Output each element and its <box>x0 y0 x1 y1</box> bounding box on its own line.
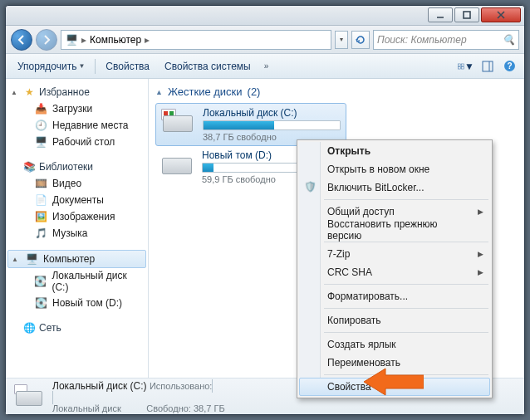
search-icon: 🔍 <box>503 34 515 46</box>
collapse-icon: ▲ <box>11 89 19 96</box>
help-button[interactable]: ? <box>501 58 518 75</box>
menu-rename[interactable]: Переименовать <box>299 354 490 372</box>
sidebar-item-network[interactable]: 🌐Сеть <box>7 320 146 336</box>
drive-icon <box>161 107 194 135</box>
context-menu: Открыть Открыть в новом окне 🛡️Включить … <box>297 139 493 398</box>
breadcrumb-sep-icon: ▸ <box>145 34 150 46</box>
menu-separator <box>324 284 488 285</box>
computer-icon: 🖥️ <box>65 33 78 46</box>
status-title: Локальный диск (C:) Использовано: <box>52 380 225 403</box>
menu-format[interactable]: Форматировать... <box>299 287 490 305</box>
drive-icon: 💽 <box>34 275 47 288</box>
menu-separator <box>324 332 488 333</box>
svg-rect-4 <box>459 63 461 66</box>
menu-restore-version[interactable]: Восстановить прежнюю версию <box>299 221 490 239</box>
preview-pane-button[interactable] <box>479 58 496 75</box>
submenu-arrow-icon: ▶ <box>478 268 483 276</box>
menu-open-new-window[interactable]: Открыть в новом окне <box>299 160 490 178</box>
sidebar-item-computer[interactable]: ▲🖥️Компьютер <box>7 250 146 268</box>
svg-rect-1 <box>464 12 470 18</box>
sidebar-item-desktop[interactable]: 🖥️Рабочий стол <box>7 134 146 150</box>
menu-bitlocker[interactable]: 🛡️Включить BitLocker... <box>299 178 490 197</box>
menu-copy[interactable]: Копировать <box>299 311 490 330</box>
menu-separator <box>324 199 488 200</box>
address-bar[interactable]: 🖥️ ▸ Компьютер ▸ <box>61 30 331 50</box>
drive-usage-bar <box>203 120 341 130</box>
libraries-icon: 📚 <box>22 160 36 173</box>
refresh-button[interactable] <box>351 31 370 49</box>
menu-7zip[interactable]: 7-Zip▶ <box>299 245 490 263</box>
sidebar-item-recent[interactable]: 🕘Недавние места <box>7 117 146 134</box>
search-placeholder: Поиск: Компьютер <box>377 34 467 46</box>
sidebar-item-drive-d[interactable]: 💽Новый том (D:) <box>7 295 146 311</box>
sidebar-item-downloads[interactable]: 📥Загрузки <box>7 100 146 117</box>
toolbar-overflow[interactable]: » <box>261 61 272 71</box>
command-bar: Упорядочить▼ Свойства Свойства системы »… <box>6 54 524 79</box>
maximize-button[interactable] <box>454 7 479 22</box>
system-properties-button[interactable]: Свойства системы <box>159 58 256 75</box>
video-icon: 🎞️ <box>34 177 47 190</box>
star-icon: ★ <box>22 85 36 99</box>
collapse-icon: ▲ <box>155 88 163 96</box>
svg-rect-8 <box>483 61 493 71</box>
properties-button[interactable]: Свойства <box>101 58 155 75</box>
separator <box>95 59 96 74</box>
back-button[interactable] <box>11 29 32 51</box>
computer-icon: 🖥️ <box>25 252 38 266</box>
sidebar-item-drive-c[interactable]: 💽Локальный диск (C:) <box>7 268 146 295</box>
drive-name: Локальный диск (C:) <box>203 107 341 120</box>
svg-rect-6 <box>459 66 461 69</box>
menu-separator <box>324 308 488 309</box>
status-subtitle: Локальный диск Свободно: 38,7 ГБ <box>52 403 225 413</box>
submenu-arrow-icon: ▶ <box>478 208 483 216</box>
sidebar-item-music[interactable]: 🎵Музыка <box>7 225 146 242</box>
recent-icon: 🕘 <box>34 119 47 132</box>
documents-icon: 📄 <box>34 193 47 207</box>
sidebar-item-documents[interactable]: 📄Документы <box>7 192 146 208</box>
menu-separator <box>324 374 488 375</box>
svg-text:?: ? <box>507 61 512 71</box>
drive-icon <box>14 384 44 409</box>
view-mode-button[interactable]: ▼ <box>458 58 474 75</box>
pictures-icon: 🖼️ <box>34 210 47 223</box>
drive-icon <box>160 149 194 178</box>
sidebar-item-pictures[interactable]: 🖼️Изображения <box>7 208 146 225</box>
minimize-button[interactable] <box>428 7 453 22</box>
favorites-group[interactable]: ▲★Избранное <box>7 84 146 100</box>
organize-button[interactable]: Упорядочить▼ <box>12 58 90 75</box>
menu-crc-sha[interactable]: CRC SHA▶ <box>299 263 490 281</box>
close-button[interactable] <box>481 7 521 22</box>
collapse-icon: ▲ <box>12 256 20 263</box>
forward-button[interactable] <box>36 29 57 51</box>
menu-create-shortcut[interactable]: Создать ярлык <box>299 335 490 354</box>
address-history-dropdown[interactable]: ▾ <box>335 31 348 49</box>
network-icon: 🌐 <box>22 321 36 335</box>
shield-icon: 🛡️ <box>304 181 317 194</box>
sidebar-item-videos[interactable]: 🎞️Видео <box>7 175 146 192</box>
navigation-pane: ▲★Избранное 📥Загрузки 🕘Недавние места 🖥️… <box>6 79 149 378</box>
libraries-group[interactable]: 📚Библиотеки <box>7 159 146 175</box>
drive-group-header[interactable]: ▲ Жесткие диски (2) <box>155 84 518 103</box>
submenu-arrow-icon: ▶ <box>478 250 483 258</box>
menu-separator <box>324 242 488 242</box>
title-bar <box>6 6 524 26</box>
desktop-icon: 🖥️ <box>34 135 47 149</box>
menu-properties[interactable]: Свойства <box>299 378 490 396</box>
navigation-row: 🖥️ ▸ Компьютер ▸ ▾ Поиск: Компьютер 🔍 <box>6 26 524 54</box>
breadcrumb-item[interactable]: Компьютер <box>90 34 141 46</box>
music-icon: 🎵 <box>34 227 47 240</box>
menu-open[interactable]: Открыть <box>299 142 490 160</box>
downloads-icon: 📥 <box>34 102 47 115</box>
drive-icon: 💽 <box>34 296 47 310</box>
breadcrumb-sep-icon: ▸ <box>81 34 86 46</box>
search-input[interactable]: Поиск: Компьютер 🔍 <box>373 30 519 50</box>
